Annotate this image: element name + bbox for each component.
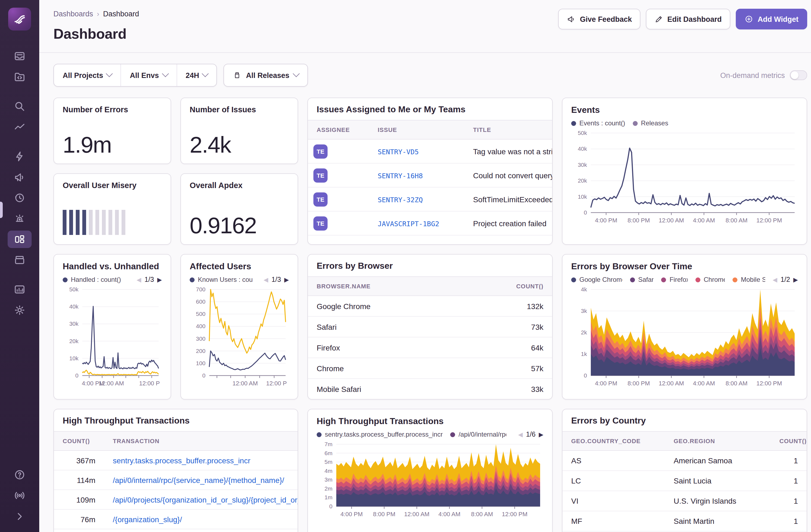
issues-assigned-table: ASSIGNEEISSUETITLETESENTRY-VD5Tag value … [308, 120, 552, 235]
releases-filter[interactable]: All Releases [224, 64, 308, 87]
issue-link[interactable]: SENTRY-VD5 [378, 148, 419, 156]
column-header[interactable]: BROWSER.NAME [308, 283, 503, 289]
breadcrumb-dashboards-link[interactable]: Dashboards [53, 10, 93, 18]
affected-users-line-chart[interactable]: 010020030040050060070012:00 AM12:00 P [190, 285, 289, 392]
pager-prev-button[interactable]: ◀ [263, 276, 268, 283]
pager-page-label: 1/3 [144, 276, 154, 284]
legend-item[interactable]: Google Chrome [571, 276, 623, 284]
on-demand-metrics-toggle[interactable] [790, 70, 807, 80]
sidebar-item-alerts[interactable] [7, 210, 32, 227]
column-header[interactable]: COUNT() [54, 438, 104, 444]
table-cell: LC [563, 476, 665, 485]
legend-label: Google Chrome [579, 276, 623, 284]
legend-dot [63, 277, 67, 282]
sidebar-item-help[interactable] [7, 466, 32, 484]
column-header[interactable]: COUNT() [771, 438, 807, 444]
issue-link[interactable]: SENTRY-32ZQ [378, 195, 423, 203]
misery-bar [69, 210, 73, 235]
table-cell: AS [563, 456, 665, 465]
header-actions: Give Feedback Edit Dashboard Add Widget [558, 9, 807, 29]
column-header[interactable]: ISSUE [369, 126, 464, 133]
assignee-avatar[interactable]: TE [313, 144, 327, 158]
add-widget-button[interactable]: Add Widget [736, 9, 807, 29]
sidebar-item-search[interactable] [7, 97, 32, 115]
pager-next-button[interactable]: ▶ [793, 276, 798, 283]
column-header[interactable]: GEO.REGION [665, 438, 771, 444]
pager-prev-button[interactable]: ◀ [137, 276, 141, 283]
table-cell: SENTRY-VD5 [369, 147, 464, 156]
sidebar-item-performance[interactable] [7, 148, 32, 165]
legend-item[interactable]: Known Users : count_unique(user) [190, 276, 253, 284]
user-misery-gauge [63, 210, 162, 235]
legend-item[interactable]: Releases [633, 119, 668, 127]
sidebar-item-stats[interactable] [7, 281, 32, 298]
table-cell: SENTRY-16H8 [369, 171, 464, 180]
column-header[interactable]: TITLE [464, 126, 552, 133]
sidebar-item-broadcasts[interactable] [7, 487, 32, 504]
assignee-avatar[interactable]: TE [313, 192, 327, 206]
throughput-stacked-chart[interactable]: 01m2m3m4m5m6m7m4:00 PM8:00 PM12:00 AM4:0… [317, 440, 544, 523]
misery-bar [89, 210, 93, 235]
browser-stacked-chart[interactable]: 01k2k3k4k4:00 PM8:00 PM12:00 AM4:00 AM8:… [571, 285, 798, 392]
legend-item[interactable]: Safari [630, 276, 654, 284]
column-header[interactable]: TRANSACTION [104, 438, 297, 444]
events-line-chart[interactable]: 010k20k30k40k50k4:00 PM8:00 PM12:00 AM4:… [571, 128, 798, 229]
legend-item[interactable]: Mobile Safari [733, 276, 765, 284]
legend-dot [695, 277, 700, 282]
assignee-avatar[interactable]: TE [313, 168, 327, 182]
pager-next-button[interactable]: ▶ [157, 276, 162, 283]
handled-line-chart[interactable]: 010k20k30k40k50k4:00 PM12:00 AM12:00 P [63, 285, 162, 392]
chart-legend: Handled : count()◀1/3▶ [63, 274, 162, 285]
pager-next-button[interactable]: ▶ [284, 276, 289, 283]
legend-item[interactable]: sentry.tasks.process_buffer.process_incr [317, 431, 443, 438]
sidebar-collapse-toggle[interactable] [7, 507, 32, 525]
issue-link[interactable]: JAVASCRIPT-1BG2 [378, 219, 439, 228]
svg-text:8:00 PM: 8:00 PM [373, 511, 395, 518]
legend-item[interactable]: Chrome [695, 276, 725, 284]
transaction-link[interactable]: /api/0/projects/{organization_id_or_slug… [113, 495, 297, 504]
table-row: Chrome57k [308, 358, 552, 379]
table-cell: 1 [771, 517, 807, 526]
dashboards-icon [14, 233, 26, 245]
sidebar-item-discover[interactable] [7, 118, 32, 136]
transaction-link[interactable]: sentry.tasks.process_buffer.process_incr [113, 456, 250, 465]
transaction-link[interactable]: /api/0/internal/rpc/{service_name}/{meth… [113, 475, 284, 484]
sidebar-item-replays[interactable] [7, 189, 32, 207]
svg-text:500: 500 [196, 311, 205, 317]
legend-item[interactable]: Handled : count() [63, 276, 121, 284]
transaction-link[interactable]: /{organization_slug}/ [113, 515, 182, 523]
pager-prev-button[interactable]: ◀ [772, 276, 777, 283]
sidebar-item-issues[interactable] [7, 47, 32, 65]
environments-filter[interactable]: All Envs [121, 64, 177, 86]
sidebar-item-dashboards[interactable] [7, 231, 32, 248]
on-demand-metrics-label: On-demand metrics [720, 71, 785, 79]
assignee-avatar[interactable]: TE [313, 216, 327, 230]
table-cell: SENTRY-32ZQ [369, 195, 464, 203]
svg-text:100: 100 [196, 360, 205, 366]
legend-item[interactable]: Firefox [661, 276, 688, 284]
legend-label: Releases [641, 119, 668, 127]
environments-filter-label: All Envs [130, 71, 159, 79]
column-header[interactable]: GEO.COUNTRY_CODE [563, 438, 665, 444]
legend-item[interactable]: /api/0/internal/rpc/{service_name}/{meth… [450, 431, 507, 438]
table-row: MFSaint Martin1 [563, 511, 807, 531]
edit-dashboard-button[interactable]: Edit Dashboard [646, 9, 731, 29]
pager-next-button[interactable]: ▶ [539, 431, 544, 438]
sentry-logo[interactable] [8, 7, 31, 31]
column-header[interactable]: COUNT() [503, 283, 552, 289]
table-cell: American Samoa [665, 456, 771, 465]
sidebar-item-projects[interactable] [7, 68, 32, 86]
chart-legend: Google ChromeSafariFirefoxChromeMobile S… [571, 274, 798, 285]
table-cell: 73k [503, 322, 552, 331]
sidebar-item-settings[interactable] [7, 301, 32, 319]
column-header[interactable]: ASSIGNEE [308, 126, 369, 133]
sidebar-item-releases[interactable] [7, 251, 32, 269]
legend-item[interactable]: Events : count() [571, 119, 625, 127]
widget-handled-vs-unhandled: Handled vs. Unhandled Handled : count()◀… [53, 254, 171, 399]
give-feedback-button[interactable]: Give Feedback [558, 9, 641, 29]
date-range-filter[interactable]: 24H [176, 64, 217, 86]
sidebar-item-feedback[interactable] [7, 168, 32, 186]
projects-filter[interactable]: All Projects [54, 64, 121, 86]
pager-prev-button[interactable]: ◀ [518, 431, 523, 438]
issue-link[interactable]: SENTRY-16H8 [378, 171, 423, 180]
